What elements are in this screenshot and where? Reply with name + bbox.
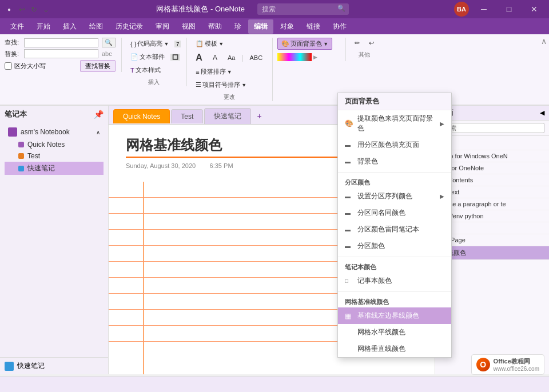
- dd-arrow-icon: ▶: [440, 121, 444, 127]
- find-input[interactable]: [24, 38, 98, 47]
- menu-edit[interactable]: 编辑: [248, 19, 273, 34]
- dd-fill-section-color[interactable]: ▬ 用分区颜色填充页面: [338, 137, 451, 153]
- title-bar-controls: ● ↩ ↻ ⌄: [5, 5, 51, 14]
- right-panel: 页面 ◀ + on Map for Windows OneN nd for On…: [435, 106, 549, 374]
- font-size-down-button[interactable]: A: [209, 52, 221, 63]
- tab-kuaisu[interactable]: 快速笔记: [204, 108, 251, 124]
- fill-section-icon: ▬: [345, 142, 353, 148]
- menu-view[interactable]: 视图: [176, 19, 201, 34]
- menu-help[interactable]: 帮助: [202, 19, 228, 34]
- title-right-controls: BA ─ □ ✕: [454, 0, 544, 18]
- minimize-button[interactable]: ─: [474, 0, 494, 18]
- right-page-item-1[interactable]: Map for Windows OneN: [435, 150, 549, 162]
- case-label: 区分大小写: [14, 62, 46, 70]
- right-page-item-4[interactable]: to Text: [435, 186, 549, 198]
- more-qa-button[interactable]: ⌄: [41, 5, 51, 14]
- dd-bg-color[interactable]: ▬ 背景色: [338, 153, 451, 170]
- sort-arrow-icon: ▼: [227, 69, 232, 75]
- dd-notebook-color[interactable]: □ 记事本颜色: [338, 273, 451, 289]
- right-search-input[interactable]: [440, 123, 544, 133]
- dd-grid-vertical-color[interactable]: 网格垂直线颜色: [338, 341, 451, 357]
- tab-test[interactable]: Test: [171, 109, 203, 123]
- tab-quick-notes[interactable]: Quick Notes: [113, 109, 170, 123]
- maximize-button[interactable]: □: [499, 0, 519, 18]
- right-page-item-8[interactable]: ew Page: [435, 234, 549, 246]
- case-checkbox[interactable]: [5, 62, 12, 70]
- ribbon-area: 查找: 🔍 替换: abc 区分大小写 查找替换 { }: [0, 34, 549, 106]
- right-panel-collapse-button[interactable]: ◀: [540, 109, 544, 117]
- redo-button[interactable]: ↻: [29, 5, 39, 14]
- dd-fill-section-label: 用分区颜色填充页面: [357, 140, 419, 150]
- undo-button[interactable]: ↩: [17, 5, 27, 14]
- abc-button[interactable]: ABC: [246, 53, 267, 63]
- item-sort-button[interactable]: ☰ 项目符号排序 ▼: [192, 79, 250, 91]
- watermark-line1: Office教程网: [494, 357, 539, 366]
- menu-object[interactable]: 对象: [274, 19, 300, 34]
- extract-color-icon: 🎨: [345, 119, 353, 127]
- right-page-item-5[interactable]: y use a paragraph or te: [435, 198, 549, 210]
- dd-baseline-left-label: 基准线左边界线颜色: [357, 311, 419, 321]
- pin-icon[interactable]: 📌: [94, 110, 104, 119]
- find-search-button[interactable]: 🔍: [102, 38, 116, 47]
- font-button[interactable]: Aa: [224, 53, 239, 63]
- menu-link[interactable]: 链接: [301, 19, 326, 34]
- right-panel-header: 页面 ◀: [435, 106, 549, 121]
- notebook-item[interactable]: asm's Notebook ∧: [5, 125, 104, 139]
- sidebar-bottom[interactable]: 快速笔记: [0, 357, 108, 374]
- font-size-up-button[interactable]: A: [192, 51, 206, 65]
- menu-insert[interactable]: 插入: [57, 19, 82, 34]
- other-button-2[interactable]: ↩: [365, 38, 378, 49]
- sidebar-label-quick-memo: 快速笔记: [27, 163, 55, 173]
- menu-zhen[interactable]: 珍: [229, 19, 247, 34]
- dd-extract-color[interactable]: 🎨 提取颜色来填充页面背景色 ▶: [338, 110, 451, 137]
- right-page-item-3[interactable]: of Contents: [435, 174, 549, 186]
- menu-review[interactable]: 审阅: [150, 19, 175, 34]
- right-page-item-9[interactable]: 准线颜色: [435, 246, 549, 260]
- menu-history[interactable]: 历史记录: [110, 19, 149, 34]
- code-highlight-button[interactable]: { } 代码高亮 ▼: [126, 38, 173, 50]
- template-button[interactable]: 📋 模板 ▼: [192, 38, 228, 50]
- separator-1: [338, 172, 451, 173]
- case-sensitive-checkbox[interactable]: 区分大小写: [5, 62, 46, 70]
- menu-cooperate[interactable]: 协作: [327, 19, 352, 34]
- right-page-item-0[interactable]: on: [435, 138, 549, 150]
- code-icon: { }: [130, 41, 136, 47]
- right-page-item-6[interactable]: /bin/env python: [435, 210, 549, 222]
- sidebar-item-quick-memo[interactable]: 快速笔记: [5, 162, 104, 175]
- close-button[interactable]: ✕: [524, 0, 544, 18]
- quick-access-toolbar: ↩ ↻ ⌄: [17, 5, 51, 14]
- template-icon: 📋: [196, 40, 204, 47]
- font-separator: |: [241, 54, 243, 62]
- page-time: 6:35 PM: [210, 162, 233, 169]
- menu-draw[interactable]: 绘图: [83, 19, 109, 34]
- avatar[interactable]: BA: [454, 2, 469, 17]
- ribbon-collapse-button[interactable]: ∧: [541, 37, 547, 46]
- menu-home[interactable]: 开始: [31, 19, 56, 34]
- dd-grid-horizontal-color[interactable]: 网格水平线颜色: [338, 324, 451, 341]
- dd-same-name-color[interactable]: ▬ 分区同名同颜色: [338, 205, 451, 221]
- para-sort-button[interactable]: ≡ 段落排序 ▼: [192, 66, 236, 78]
- template-arrow-icon: ▼: [218, 41, 224, 47]
- file-parts-button[interactable]: 📄 文本部件: [126, 51, 169, 63]
- other-button-1[interactable]: ✏: [351, 38, 364, 49]
- text-style-button[interactable]: T 文本样式: [126, 64, 165, 76]
- separator-3: [338, 291, 451, 292]
- dd-similar-color[interactable]: ▬ 分区颜色雷同笔记本: [338, 221, 451, 238]
- status-bar: [0, 376, 549, 392]
- sidebar-item-quick-notes[interactable]: Quick Notes: [5, 139, 104, 150]
- sidebar-item-test[interactable]: Test: [5, 150, 104, 162]
- bg-color-icon: ▬: [345, 158, 353, 165]
- back-icon[interactable]: ●: [5, 5, 14, 14]
- right-page-item-7[interactable]: age: [435, 222, 549, 234]
- replace-input[interactable]: [24, 49, 98, 58]
- menu-file[interactable]: 文件: [5, 19, 30, 34]
- right-page-item-2[interactable]: nd for OneNote: [435, 162, 549, 174]
- add-tab-button[interactable]: +: [252, 109, 266, 123]
- page-bg-color-button[interactable]: 🎨 页面背景色 ▼: [277, 38, 332, 50]
- dd-notebook-color-label: 记事本颜色: [357, 276, 392, 286]
- dd-baseline-left-color[interactable]: ▦ 基准线左边界线颜色: [338, 307, 451, 324]
- title-search-input[interactable]: [257, 3, 349, 15]
- dd-section-color[interactable]: ▬ 分区颜色: [338, 238, 451, 254]
- find-replace-button[interactable]: 查找替换: [80, 60, 116, 72]
- dd-set-section-color[interactable]: ▬ 设置分区序列颜色 ▶: [338, 188, 451, 205]
